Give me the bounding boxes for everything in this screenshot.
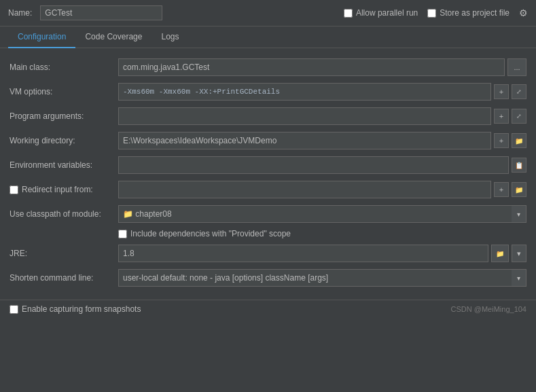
program-args-add-button[interactable]: + [494,109,509,124]
program-args-expand-button[interactable]: ⤢ [512,109,526,124]
redirect-input-row: Redirect input from: + 📁 [0,177,536,202]
env-vars-label: Environment variables: [10,160,118,170]
jre-label: JRE: [10,249,118,258]
dependencies-checkbox[interactable] [118,230,127,238]
main-class-field: ... [118,58,526,76]
env-vars-row: Environment variables: 📋 [0,153,536,177]
redirect-input-input[interactable] [118,181,491,198]
name-input[interactable] [40,5,162,20]
store-project-checkbox[interactable] [427,9,436,18]
jre-controls: 📁 ▾ [118,245,526,262]
main-class-label: Main class: [10,63,118,72]
jre-browse-button[interactable]: 📁 [491,245,509,262]
classpath-select[interactable]: 📁 chapter08 [118,205,526,223]
shorten-select[interactable]: user-local default: none - java [options… [118,269,526,287]
shorten-row: Shorten command line: user-local default… [0,266,536,290]
enable-snapshots-group: Enable capturing form snapshots [10,304,141,314]
working-dir-input[interactable] [118,132,491,149]
redirect-browse-button[interactable]: 📁 [512,182,526,197]
dependencies-checkbox-label[interactable]: Include dependencies with "Provided" sco… [118,229,291,238]
enable-snapshots-label: Enable capturing form snapshots [22,304,141,314]
configuration-panel: Main class: ... VM options: + ⤢ Program … [0,48,536,297]
vm-options-add-button[interactable]: + [494,84,509,99]
main-class-row: Main class: ... [0,55,536,79]
jre-input[interactable] [118,245,488,262]
env-vars-input[interactable] [118,156,509,174]
shorten-label: Shorten command line: [10,273,118,283]
vm-options-label: VM options: [10,87,118,96]
redirect-add-button[interactable]: + [494,182,509,197]
program-args-field: + ⤢ [118,107,526,125]
jre-row: JRE: 📁 ▾ [0,241,536,266]
store-project-label: Store as project file [440,8,510,18]
redirect-input-checkbox[interactable] [10,185,18,194]
content-area: Main class: ... VM options: + ⤢ Program … [0,48,536,318]
working-dir-browse-button[interactable]: 📁 [512,133,526,148]
vm-options-input[interactable] [118,83,491,101]
jre-field: 📁 ▾ [118,245,526,262]
tab-code-coverage[interactable]: Code Coverage [75,26,151,48]
tab-bar: Configuration Code Coverage Logs [0,26,536,48]
vm-options-expand-button[interactable]: ⤢ [512,84,526,99]
working-dir-label: Working directory: [10,136,118,145]
shorten-select-wrap: user-local default: none - java [options… [118,269,526,287]
vm-options-field: + ⤢ [118,83,526,101]
working-dir-add-button[interactable]: + [494,133,509,148]
working-dir-field: + 📁 [118,132,526,149]
dependencies-label: Include dependencies with "Provided" sco… [130,229,291,238]
redirect-input-label: Redirect input from: [22,185,93,194]
name-label: Name: [8,8,32,18]
gear-icon[interactable]: ⚙ [519,7,528,18]
allow-parallel-checkbox[interactable] [344,9,353,18]
classpath-row: Use classpath of module: 📁 chapter08 ▾ [0,202,536,226]
program-args-label: Program arguments: [10,111,118,121]
allow-parallel-label: Allow parallel run [356,8,418,18]
redirect-input-field: + 📁 [118,181,526,198]
main-class-browse-button[interactable]: ... [507,58,526,76]
tab-logs[interactable]: Logs [151,26,188,48]
redirect-input-label-group: Redirect input from: [10,185,118,194]
store-project-group: Store as project file [427,8,510,18]
jre-dropdown-button[interactable]: ▾ [512,245,526,262]
tab-configuration[interactable]: Configuration [8,26,75,48]
dialog-header: Name: Allow parallel run Store as projec… [0,0,536,26]
watermark: CSDN @MeiMing_104 [451,305,526,313]
header-right-controls: Allow parallel run Store as project file… [344,7,528,18]
working-dir-row: Working directory: + 📁 [0,128,536,153]
dialog-footer: Enable capturing form snapshots CSDN @Me… [0,300,536,318]
classpath-field: 📁 chapter08 ▾ [118,205,526,223]
vm-options-row: VM options: + ⤢ [0,79,536,104]
program-args-row: Program arguments: + ⤢ [0,104,536,128]
main-class-input[interactable] [118,58,505,76]
env-vars-clipboard-button[interactable]: 📋 [512,158,526,173]
env-vars-field: 📋 [118,156,526,174]
shorten-field: user-local default: none - java [options… [118,269,526,287]
allow-parallel-group: Allow parallel run [344,8,418,18]
dependencies-row: Include dependencies with "Provided" sco… [0,226,536,241]
enable-snapshots-checkbox[interactable] [10,305,18,314]
program-args-input[interactable] [118,107,491,125]
classpath-select-wrap: 📁 chapter08 ▾ [118,205,526,223]
classpath-label: Use classpath of module: [10,209,118,219]
